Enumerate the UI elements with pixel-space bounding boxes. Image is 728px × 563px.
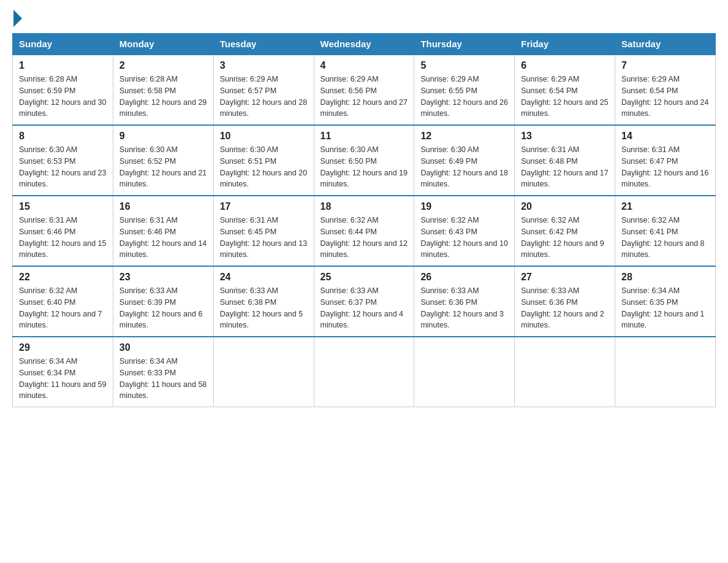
- day-number: 30: [119, 342, 207, 353]
- calendar-cell: 3Sunrise: 6:29 AMSunset: 6:57 PMDaylight…: [213, 55, 314, 125]
- day-info: Sunrise: 6:32 AMSunset: 6:43 PMDaylight:…: [420, 215, 508, 261]
- calendar-cell: 5Sunrise: 6:29 AMSunset: 6:55 PMDaylight…: [414, 55, 515, 125]
- calendar-cell: 7Sunrise: 6:29 AMSunset: 6:54 PMDaylight…: [615, 55, 716, 125]
- calendar-table: SundayMondayTuesdayWednesdayThursdayFrid…: [12, 33, 716, 407]
- day-number: 12: [420, 131, 508, 142]
- day-number: 19: [420, 201, 508, 212]
- column-header-friday: Friday: [515, 34, 615, 55]
- calendar-week-row: 8Sunrise: 6:30 AMSunset: 6:53 PMDaylight…: [13, 125, 716, 196]
- day-number: 25: [320, 272, 408, 283]
- day-info: Sunrise: 6:30 AMSunset: 6:51 PMDaylight:…: [220, 144, 308, 190]
- day-number: 26: [420, 272, 508, 283]
- day-info: Sunrise: 6:32 AMSunset: 6:44 PMDaylight:…: [320, 215, 408, 261]
- calendar-cell: 21Sunrise: 6:32 AMSunset: 6:41 PMDayligh…: [615, 196, 716, 266]
- calendar-cell: 15Sunrise: 6:31 AMSunset: 6:46 PMDayligh…: [13, 196, 113, 266]
- column-header-thursday: Thursday: [414, 34, 515, 55]
- day-info: Sunrise: 6:29 AMSunset: 6:56 PMDaylight:…: [320, 74, 408, 120]
- day-number: 14: [621, 131, 709, 142]
- calendar-cell: 25Sunrise: 6:33 AMSunset: 6:37 PMDayligh…: [314, 266, 414, 337]
- day-number: 28: [621, 272, 709, 283]
- calendar-cell: 23Sunrise: 6:33 AMSunset: 6:39 PMDayligh…: [113, 266, 213, 337]
- calendar-cell: [314, 337, 414, 407]
- day-number: 16: [119, 201, 207, 212]
- day-number: 10: [220, 131, 308, 142]
- calendar-cell: 14Sunrise: 6:31 AMSunset: 6:47 PMDayligh…: [615, 125, 716, 196]
- day-info: Sunrise: 6:31 AMSunset: 6:46 PMDaylight:…: [19, 215, 107, 261]
- day-info: Sunrise: 6:28 AMSunset: 6:58 PMDaylight:…: [119, 74, 207, 120]
- day-number: 6: [521, 60, 609, 71]
- calendar-cell: 16Sunrise: 6:31 AMSunset: 6:46 PMDayligh…: [113, 196, 213, 266]
- day-info: Sunrise: 6:29 AMSunset: 6:55 PMDaylight:…: [420, 74, 508, 120]
- day-info: Sunrise: 6:31 AMSunset: 6:45 PMDaylight:…: [220, 215, 308, 261]
- day-info: Sunrise: 6:32 AMSunset: 6:40 PMDaylight:…: [19, 285, 107, 331]
- day-info: Sunrise: 6:33 AMSunset: 6:36 PMDaylight:…: [521, 285, 609, 331]
- day-info: Sunrise: 6:34 AMSunset: 6:34 PMDaylight:…: [19, 356, 107, 402]
- calendar-cell: 28Sunrise: 6:34 AMSunset: 6:35 PMDayligh…: [615, 266, 716, 337]
- day-number: 22: [19, 272, 107, 283]
- day-number: 20: [521, 201, 609, 212]
- day-number: 21: [621, 201, 709, 212]
- calendar-cell: 1Sunrise: 6:28 AMSunset: 6:59 PMDaylight…: [13, 55, 113, 125]
- day-info: Sunrise: 6:34 AMSunset: 6:33 PMDaylight:…: [119, 356, 207, 402]
- calendar-cell: 17Sunrise: 6:31 AMSunset: 6:45 PMDayligh…: [213, 196, 314, 266]
- day-number: 9: [119, 131, 207, 142]
- calendar-cell: 20Sunrise: 6:32 AMSunset: 6:42 PMDayligh…: [515, 196, 615, 266]
- calendar-cell: 8Sunrise: 6:30 AMSunset: 6:53 PMDaylight…: [13, 125, 113, 196]
- column-header-wednesday: Wednesday: [314, 34, 414, 55]
- day-number: 13: [521, 131, 609, 142]
- day-number: 4: [320, 60, 408, 71]
- calendar-cell: 10Sunrise: 6:30 AMSunset: 6:51 PMDayligh…: [213, 125, 314, 196]
- column-header-sunday: Sunday: [13, 34, 113, 55]
- calendar-cell: 30Sunrise: 6:34 AMSunset: 6:33 PMDayligh…: [113, 337, 213, 407]
- calendar-cell: [515, 337, 615, 407]
- day-number: 17: [220, 201, 308, 212]
- day-info: Sunrise: 6:33 AMSunset: 6:37 PMDaylight:…: [320, 285, 408, 331]
- calendar-cell: 29Sunrise: 6:34 AMSunset: 6:34 PMDayligh…: [13, 337, 113, 407]
- calendar-cell: 12Sunrise: 6:30 AMSunset: 6:49 PMDayligh…: [414, 125, 515, 196]
- day-info: Sunrise: 6:29 AMSunset: 6:57 PMDaylight:…: [220, 74, 308, 120]
- calendar-cell: 26Sunrise: 6:33 AMSunset: 6:36 PMDayligh…: [414, 266, 515, 337]
- calendar-week-row: 1Sunrise: 6:28 AMSunset: 6:59 PMDaylight…: [13, 55, 716, 125]
- calendar-week-row: 22Sunrise: 6:32 AMSunset: 6:40 PMDayligh…: [13, 266, 716, 337]
- calendar-cell: 9Sunrise: 6:30 AMSunset: 6:52 PMDaylight…: [113, 125, 213, 196]
- day-info: Sunrise: 6:31 AMSunset: 6:47 PMDaylight:…: [621, 144, 709, 190]
- day-info: Sunrise: 6:33 AMSunset: 6:38 PMDaylight:…: [220, 285, 308, 331]
- day-info: Sunrise: 6:31 AMSunset: 6:46 PMDaylight:…: [119, 215, 207, 261]
- day-number: 8: [19, 131, 107, 142]
- day-info: Sunrise: 6:33 AMSunset: 6:39 PMDaylight:…: [119, 285, 207, 331]
- calendar-cell: 13Sunrise: 6:31 AMSunset: 6:48 PMDayligh…: [515, 125, 615, 196]
- day-info: Sunrise: 6:29 AMSunset: 6:54 PMDaylight:…: [521, 74, 609, 120]
- calendar-cell: 11Sunrise: 6:30 AMSunset: 6:50 PMDayligh…: [314, 125, 414, 196]
- logo-arrow-icon: [13, 10, 22, 27]
- day-info: Sunrise: 6:33 AMSunset: 6:36 PMDaylight:…: [420, 285, 508, 331]
- day-number: 1: [19, 60, 107, 71]
- calendar-cell: 19Sunrise: 6:32 AMSunset: 6:43 PMDayligh…: [414, 196, 515, 266]
- day-number: 5: [420, 60, 508, 71]
- calendar-cell: 24Sunrise: 6:33 AMSunset: 6:38 PMDayligh…: [213, 266, 314, 337]
- day-info: Sunrise: 6:31 AMSunset: 6:48 PMDaylight:…: [521, 144, 609, 190]
- day-number: 18: [320, 201, 408, 212]
- day-info: Sunrise: 6:30 AMSunset: 6:50 PMDaylight:…: [320, 144, 408, 190]
- calendar-cell: [213, 337, 314, 407]
- logo: [12, 12, 22, 23]
- day-info: Sunrise: 6:30 AMSunset: 6:49 PMDaylight:…: [420, 144, 508, 190]
- day-info: Sunrise: 6:28 AMSunset: 6:59 PMDaylight:…: [19, 74, 107, 120]
- day-number: 3: [220, 60, 308, 71]
- calendar-week-row: 29Sunrise: 6:34 AMSunset: 6:34 PMDayligh…: [13, 337, 716, 407]
- day-number: 15: [19, 201, 107, 212]
- calendar-cell: 2Sunrise: 6:28 AMSunset: 6:58 PMDaylight…: [113, 55, 213, 125]
- column-header-tuesday: Tuesday: [213, 34, 314, 55]
- day-info: Sunrise: 6:30 AMSunset: 6:53 PMDaylight:…: [19, 144, 107, 190]
- calendar-cell: [615, 337, 716, 407]
- day-number: 24: [220, 272, 308, 283]
- column-header-saturday: Saturday: [615, 34, 716, 55]
- calendar-cell: 6Sunrise: 6:29 AMSunset: 6:54 PMDaylight…: [515, 55, 615, 125]
- day-info: Sunrise: 6:29 AMSunset: 6:54 PMDaylight:…: [621, 74, 709, 120]
- page-header: [12, 12, 716, 23]
- day-info: Sunrise: 6:34 AMSunset: 6:35 PMDaylight:…: [621, 285, 709, 331]
- calendar-cell: 18Sunrise: 6:32 AMSunset: 6:44 PMDayligh…: [314, 196, 414, 266]
- calendar-cell: 27Sunrise: 6:33 AMSunset: 6:36 PMDayligh…: [515, 266, 615, 337]
- day-number: 7: [621, 60, 709, 71]
- day-number: 11: [320, 131, 408, 142]
- day-number: 23: [119, 272, 207, 283]
